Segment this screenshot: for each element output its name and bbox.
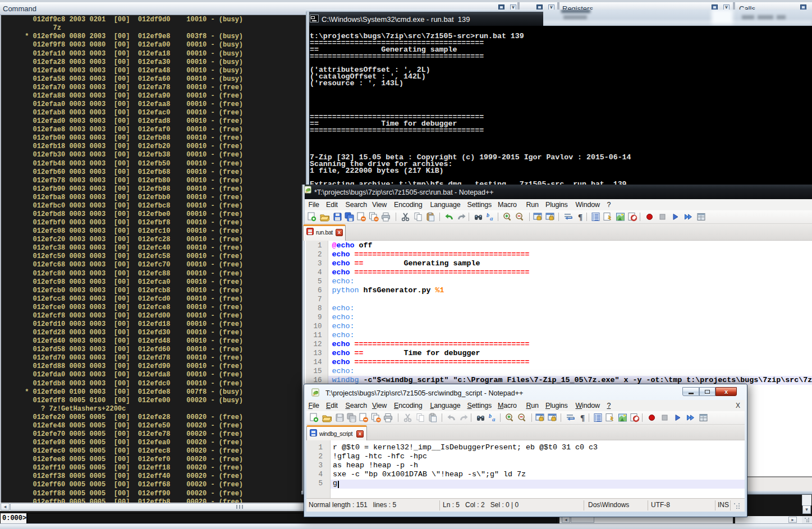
svg-text:¶: ¶	[578, 213, 582, 222]
svg-text:b: b	[487, 212, 489, 218]
svg-text:¶: ¶	[580, 413, 585, 422]
svg-text:a: a	[490, 215, 493, 222]
svg-text:b: b	[489, 413, 492, 419]
svg-text:a: a	[492, 416, 496, 422]
